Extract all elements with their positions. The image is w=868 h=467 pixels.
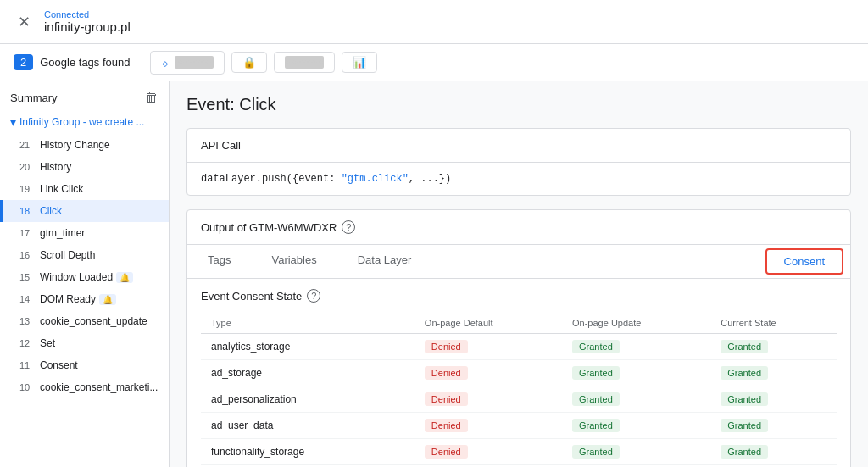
consent-update-badge: Granted xyxy=(572,340,620,353)
consent-default-cell: Denied xyxy=(415,334,562,360)
consent-table-row: analytics_storageDeniedGrantedGranted xyxy=(201,334,837,360)
output-header-label: Output of GTM-W6MWDXR xyxy=(201,221,337,234)
main-layout: Summary 🗑 ▾ Infinity Group - we create .… xyxy=(0,81,868,467)
toolbar-btn-lock[interactable]: 🔒 xyxy=(231,52,267,73)
consent-update-badge: Granted xyxy=(572,445,620,459)
toolbar-btn-chart[interactable]: 📊 xyxy=(342,52,377,73)
consent-update-cell: Granted xyxy=(562,413,710,439)
tab-variables[interactable]: Variables xyxy=(251,245,337,279)
consent-type-cell: analytics_storage xyxy=(201,334,415,360)
sidebar-item-21[interactable]: 21 History Change xyxy=(0,134,169,156)
code-suffix: , ...}) xyxy=(409,173,451,185)
output-help-icon[interactable]: ? xyxy=(342,220,355,234)
consent-type-cell: functionality_storage xyxy=(201,439,415,465)
sidebar-item-16[interactable]: 16 Scroll Depth xyxy=(0,244,169,266)
toolbar-btn-2-label: •••••••••• xyxy=(285,56,324,69)
consent-current-badge: Granted xyxy=(721,340,768,353)
sidebar-trash-icon[interactable]: 🗑 xyxy=(145,90,159,105)
sidebar-item-15-badge: 🔔 xyxy=(116,272,133,283)
col-current: Current State xyxy=(710,313,837,334)
consent-default-cell: Denied xyxy=(415,386,562,413)
close-button[interactable]: ✕ xyxy=(14,12,34,32)
connection-info: Connected infinity-group.pl xyxy=(44,9,131,34)
consent-update-cell: Granted xyxy=(562,439,710,465)
consent-current-cell: Granted xyxy=(710,360,837,386)
sidebar-item-11-label: Consent xyxy=(40,359,78,371)
consent-table: Type On-page Default On-page Update Curr… xyxy=(201,313,837,467)
consent-update-badge: Granted xyxy=(572,419,620,432)
consent-update-badge: Granted xyxy=(572,392,620,406)
consent-table-row: ad_user_dataDeniedGrantedGranted xyxy=(201,413,837,439)
tab-tags[interactable]: Tags xyxy=(187,245,251,279)
sidebar-item-19-label: Link Click xyxy=(40,183,83,195)
consent-table-row: ad_personalizationDeniedGrantedGranted xyxy=(201,386,837,413)
consent-update-badge: Granted xyxy=(572,366,620,380)
toolbar-btn-1[interactable]: ⬦ •••••••••• xyxy=(150,51,225,75)
sidebar-item-17-label: gtm_timer xyxy=(40,227,85,239)
col-default: On-page Default xyxy=(415,313,562,334)
sidebar-item-10-label: cookie_consent_marketi... xyxy=(40,381,158,393)
tab-data-layer[interactable]: Data Layer xyxy=(337,245,432,279)
sidebar-item-14[interactable]: 14 DOM Ready 🔔 xyxy=(0,288,169,310)
tags-found-label: Google tags found xyxy=(40,56,130,69)
consent-update-cell: Granted xyxy=(562,386,710,413)
tab-consent[interactable]: Consent xyxy=(765,248,843,275)
output-section: Output of GTM-W6MWDXR ? Tags Variables D… xyxy=(186,209,851,467)
api-call-code: dataLayer.push({event: "gtm.click", ...}… xyxy=(187,163,850,195)
consent-section-title: Event Consent State ? xyxy=(201,289,837,303)
sidebar-item-20-label: History xyxy=(40,161,71,173)
consent-current-cell: Granted xyxy=(710,386,837,413)
arrow-icon: ⬦ xyxy=(161,55,170,70)
lock-icon: 🔒 xyxy=(242,56,256,69)
sidebar-item-18[interactable]: 18 Click xyxy=(0,200,169,222)
consent-default-cell: Denied xyxy=(415,413,562,439)
content-area: Event: Click API Call dataLayer.push({ev… xyxy=(170,81,868,467)
sidebar-item-14-label: DOM Ready xyxy=(40,293,96,305)
consent-section: Event Consent State ? Type On-page Defau… xyxy=(187,279,850,467)
consent-type-cell: ad_personalization xyxy=(201,386,415,413)
sidebar: Summary 🗑 ▾ Infinity Group - we create .… xyxy=(0,81,170,467)
sidebar-header: Summary 🗑 xyxy=(0,81,169,110)
col-update: On-page Update xyxy=(562,313,710,334)
output-header: Output of GTM-W6MWDXR ? xyxy=(187,210,850,245)
toolbar-btn-2[interactable]: •••••••••• xyxy=(274,52,335,73)
sidebar-item-12[interactable]: 12 Set xyxy=(0,332,169,354)
output-tabs: Tags Variables Data Layer Consent xyxy=(187,245,850,279)
consent-update-cell: Granted xyxy=(562,334,710,360)
consent-help-icon[interactable]: ? xyxy=(307,289,320,303)
chevron-down-icon: ▾ xyxy=(10,115,16,129)
consent-current-badge: Granted xyxy=(721,419,768,432)
consent-table-row: functionality_storageDeniedGrantedGrante… xyxy=(201,439,837,465)
consent-current-cell: Granted xyxy=(710,439,837,465)
sidebar-item-19[interactable]: 19 Link Click xyxy=(0,178,169,200)
toolbar-btn-1-label: •••••••••• xyxy=(175,56,214,69)
consent-default-cell: Denied xyxy=(415,439,562,465)
connected-label: Connected xyxy=(44,9,131,19)
chart-icon: 📊 xyxy=(353,56,366,69)
consent-current-cell: Granted xyxy=(710,413,837,439)
consent-type-cell: ad_storage xyxy=(201,360,415,386)
consent-current-badge: Granted xyxy=(721,366,768,380)
consent-default-cell: Denied xyxy=(415,360,562,386)
sidebar-item-20[interactable]: 20 History xyxy=(0,156,169,178)
consent-update-cell: Granted xyxy=(562,360,710,386)
sidebar-item-14-badge: 🔔 xyxy=(99,294,116,305)
consent-default-badge: Denied xyxy=(425,392,468,406)
sidebar-item-10[interactable]: 10 cookie_consent_marketi... xyxy=(0,376,169,398)
consent-default-badge: Denied xyxy=(425,340,468,353)
consent-default-badge: Denied xyxy=(425,366,468,380)
sidebar-group-infinity[interactable]: ▾ Infinity Group - we create ... xyxy=(0,110,169,134)
tag-toolbar: 2 Google tags found ⬦ •••••••••• 🔒 •••••… xyxy=(0,44,868,81)
consent-title-text: Event Consent State xyxy=(201,290,302,303)
sidebar-item-17[interactable]: 17 gtm_timer xyxy=(0,222,169,244)
sidebar-group-label: Infinity Group - we create ... xyxy=(19,116,144,128)
sidebar-item-15-label: Window Loaded xyxy=(40,271,113,283)
col-type: Type xyxy=(201,313,415,334)
code-string: "gtm.click" xyxy=(342,173,409,185)
top-bar: ✕ Connected infinity-group.pl xyxy=(0,0,868,44)
sidebar-item-13[interactable]: 13 cookie_consent_update xyxy=(0,310,169,332)
sidebar-item-15[interactable]: 15 Window Loaded 🔔 xyxy=(0,266,169,288)
sidebar-item-13-label: cookie_consent_update xyxy=(40,315,147,327)
sidebar-item-11[interactable]: 11 Consent xyxy=(0,354,169,376)
consent-default-badge: Denied xyxy=(425,445,468,459)
